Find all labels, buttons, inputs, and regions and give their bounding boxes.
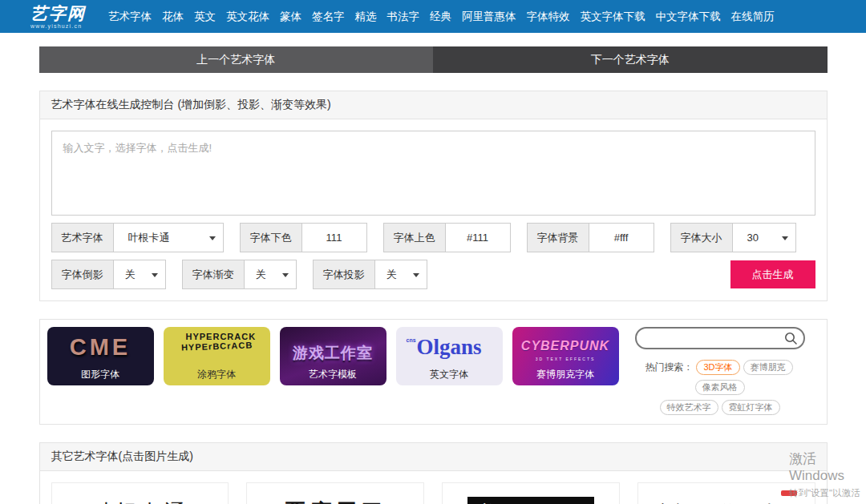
promo-panel: CME 图形字体 HYPERCRACK HYPErBCrACB 涂鸦字体 游戏工…: [39, 319, 828, 425]
thumb-caption: 艺术字模板: [280, 368, 386, 381]
thumb-art-text: 游戏工作室: [280, 343, 386, 364]
font-reflection-label: 字体倒影: [51, 260, 113, 289]
font-gradient-value: 关: [256, 268, 266, 282]
console-title: 艺术字体在线生成控制台 (增加倒影、投影、渐变等效果): [40, 91, 827, 119]
hot-search-label: 热门搜索：: [645, 361, 693, 373]
chevron-down-icon: [209, 236, 216, 240]
thumb-caption: 涂鸦字体: [164, 368, 270, 381]
nav-item-font-effects[interactable]: 字体特效: [527, 10, 570, 24]
font-bottom-color-label: 字体下色: [240, 223, 301, 252]
font-top-color-input[interactable]: [445, 223, 511, 252]
other-fonts-title: 其它艺术字体(点击图片生成): [40, 443, 827, 471]
hot-tag-3d[interactable]: 3D字体: [696, 360, 739, 375]
prev-font-button[interactable]: 上一个艺术字体: [39, 46, 434, 73]
chevron-down-icon: [413, 273, 419, 277]
font-size-label: 字体大小: [670, 223, 732, 252]
logo-title: 艺字网: [30, 5, 86, 22]
top-nav: 艺字网 www.yishuzi.cn 艺术字体 花体 英文 英文花体 篆体 签名…: [0, 0, 866, 33]
chevron-down-icon: [152, 273, 158, 277]
promo-thumb-graphic-fonts[interactable]: CME 图形字体: [47, 327, 154, 385]
search-box: [635, 327, 805, 349]
font-family-value: 叶根卡通: [128, 231, 170, 245]
search-input[interactable]: [646, 329, 787, 348]
font-top-color-label: 字体上色: [383, 223, 445, 252]
nav-item-online-resume[interactable]: 在线简历: [731, 10, 775, 24]
chevron-down-icon: [282, 273, 289, 277]
font-background-label: 字体背景: [527, 223, 589, 252]
font-background-input[interactable]: [589, 223, 654, 252]
promo-thumb-art-templates[interactable]: 游戏工作室 艺术字模板: [280, 327, 386, 385]
nav-item-alibaba-puhui[interactable]: 阿里普惠体: [462, 10, 516, 24]
font-preview-image: 美呗嘿嘿体: [467, 497, 594, 504]
hot-tag-pixel[interactable]: 像素风格: [695, 380, 745, 395]
font-preview-image: 恶魔尾巴: [284, 498, 386, 504]
font-size-value: 30: [747, 232, 759, 244]
font-reflection-select[interactable]: 关: [113, 260, 166, 289]
thumb-art-text: CME: [47, 334, 154, 361]
nav-item-english-flower[interactable]: 英文花体: [226, 10, 269, 24]
nav-item-seal[interactable]: 篆体: [280, 10, 301, 24]
thumb-caption: 英文字体: [396, 368, 503, 381]
next-font-button[interactable]: 下一个艺术字体: [433, 46, 828, 73]
other-fonts-panel: 其它艺术字体(点击图片生成) 叶根卡通 叶根卡通 恶魔尾巴 恶魔尾巴 美呗嘿嘿体…: [39, 442, 828, 504]
form-row-2: 字体倒影 关 字体渐变 关 字体投影 关: [51, 260, 815, 289]
hot-tag-cyberpunk[interactable]: 赛博朋克: [743, 360, 793, 375]
font-bottom-color-input[interactable]: [301, 223, 367, 252]
promo-thumb-graffiti-fonts[interactable]: HYPERCRACK HYPErBCrACB 涂鸦字体: [164, 327, 270, 385]
nav-menu: 艺术字体 花体 英文 英文花体 篆体 签名字 精选 书法字 经典 阿里普惠体 字…: [108, 10, 785, 24]
nav-item-chinese-download[interactable]: 中文字体下载: [656, 10, 721, 24]
nav-item-english-download[interactable]: 英文字体下载: [581, 10, 645, 24]
generate-button[interactable]: 点击生成: [730, 260, 815, 288]
font-size-select[interactable]: 30: [732, 223, 796, 252]
form-row-1: 艺术字体 叶根卡通 字体下色 字体上色 字体背景: [51, 223, 815, 252]
font-shadow-label: 字体投影: [313, 260, 374, 289]
generator-console-panel: 艺术字体在线生成控制台 (增加倒影、投影、渐变等效果) 艺术字体 叶根卡通 字体…: [39, 91, 828, 301]
nav-item-english[interactable]: 英文: [194, 10, 216, 24]
logo-subtitle: www.yishuzi.cn: [30, 23, 86, 29]
thumb-sub-text: 3D TEXT EFFECTS: [512, 357, 619, 361]
font-family-label: 艺术字体: [51, 223, 113, 252]
text-input[interactable]: [51, 131, 815, 216]
nav-item-flower[interactable]: 花体: [162, 10, 184, 24]
font-card-yegen-cartoon[interactable]: 叶根卡通 叶根卡通: [51, 482, 229, 504]
font-preview-image: 叶根卡通: [91, 498, 188, 504]
font-reflection-value: 关: [125, 268, 136, 282]
search-area: 热门搜索：3D字体赛博朋克像素风格 特效艺术字霓虹灯字体: [635, 327, 805, 417]
font-card-pangmen-thin[interactable]: 庞门正道细线体 庞门正道细线体: [637, 482, 815, 504]
nav-item-classic[interactable]: 经典: [430, 10, 451, 24]
nav-item-signature[interactable]: 签名字: [312, 10, 345, 24]
nav-item-art-fonts[interactable]: 艺术字体: [108, 10, 152, 24]
font-gradient-label: 字体渐变: [182, 260, 244, 289]
font-gradient-select[interactable]: 关: [244, 260, 297, 289]
nav-item-calligraphy[interactable]: 书法字: [387, 10, 420, 24]
promo-thumb-cyberpunk-fonts[interactable]: CYBERPUNK 3D TEXT EFFECTS 赛博朋克字体: [512, 327, 619, 385]
font-shadow-value: 关: [386, 268, 397, 282]
site-logo[interactable]: 艺字网 www.yishuzi.cn: [30, 5, 86, 29]
font-shadow-select[interactable]: 关: [374, 260, 427, 289]
thumb-caption: 赛博朋克字体: [512, 368, 619, 381]
hot-tag-neon[interactable]: 霓虹灯字体: [722, 400, 780, 415]
font-card-demon-tail[interactable]: 恶魔尾巴 恶魔尾巴: [246, 482, 424, 504]
font-pager: 上一个艺术字体 下一个艺术字体: [39, 46, 828, 73]
thumb-art-text2: HYPErBCrACB: [180, 340, 253, 352]
hot-search: 热门搜索：3D字体赛博朋克像素风格 特效艺术字霓虹灯字体: [635, 357, 805, 417]
red-badge: [781, 490, 797, 496]
nav-item-featured[interactable]: 精选: [355, 10, 377, 24]
promo-thumb-english-fonts[interactable]: cns Olgans 英文字体: [396, 327, 503, 385]
thumb-art-text: CYBERPUNK: [512, 339, 619, 353]
font-family-select[interactable]: 叶根卡通: [113, 223, 224, 252]
font-preview-image: 庞门正道细线体: [654, 500, 799, 504]
font-card-meibei-heihei[interactable]: 美呗嘿嘿体 美呗嘿嘿体: [442, 482, 620, 504]
chevron-down-icon: [782, 236, 788, 240]
hot-tag-effect-art[interactable]: 特效艺术字: [660, 400, 718, 415]
thumb-caption: 图形字体: [47, 368, 154, 381]
search-icon[interactable]: [784, 332, 798, 349]
thumb-art-text: Olgans: [396, 335, 503, 360]
